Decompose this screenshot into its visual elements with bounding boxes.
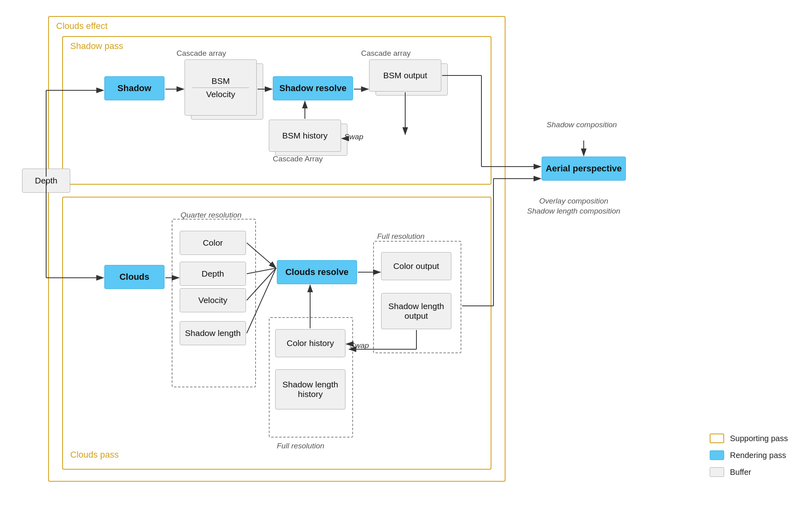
- legend-rendering-pass: Rendering pass: [710, 450, 788, 460]
- clouds-pass-label: Clouds pass: [70, 450, 119, 460]
- bsm-output-node: BSM output: [369, 59, 441, 92]
- shadow-composition-label: Shadow composition: [526, 120, 638, 129]
- depth-inner-node: Depth: [180, 262, 246, 286]
- color-history-node: Color history: [275, 329, 345, 357]
- shadow-pass-label: Shadow pass: [70, 41, 123, 51]
- legend-supporting-pass: Supporting pass: [710, 434, 788, 443]
- legend: Supporting pass Rendering pass Buffer: [710, 434, 788, 477]
- legend-buffer: Buffer: [710, 467, 788, 477]
- shadow-length-node: Shadow length: [180, 321, 246, 345]
- full-resolution-label-1: Full resolution: [377, 232, 424, 241]
- shadow-length-composition-label: Shadow length composition: [518, 207, 630, 216]
- legend-blue-box: [710, 450, 724, 460]
- quarter-resolution-label: Quarter resolution: [181, 211, 242, 220]
- shadow-length-output-node: Shadow length output: [381, 293, 451, 329]
- legend-gray-box: [710, 467, 724, 477]
- shadow-resolve-node: Shadow resolve: [273, 76, 353, 100]
- shadow-length-history-node: Shadow length history: [275, 369, 345, 409]
- clouds-effect-label: Clouds effect: [56, 21, 108, 31]
- full-resolution-label-2: Full resolution: [277, 442, 324, 450]
- bsm-velocity-node: BSM Velocity: [185, 59, 257, 116]
- color-node: Color: [180, 231, 246, 255]
- clouds-node: Clouds: [104, 265, 164, 289]
- overlay-composition-label: Overlay composition: [518, 197, 630, 206]
- velocity-node: Velocity: [180, 288, 246, 312]
- legend-yellow-box: [710, 434, 724, 443]
- swap-label-1: Swap: [344, 132, 363, 141]
- clouds-resolve-node: Clouds resolve: [277, 260, 357, 284]
- aerial-perspective-node: Aerial perspective: [542, 157, 626, 181]
- depth-node: Depth: [22, 169, 70, 193]
- color-output-node: Color output: [381, 252, 451, 280]
- shadow-node: Shadow: [104, 76, 164, 100]
- swap-label-2: Swap: [350, 341, 369, 350]
- cascade-array-below-label: Cascade Array: [273, 155, 323, 163]
- cascade-array-label-2: Cascade array: [361, 49, 411, 58]
- cascade-array-label-1: Cascade array: [177, 49, 226, 58]
- bsm-history-node: BSM history: [269, 120, 341, 152]
